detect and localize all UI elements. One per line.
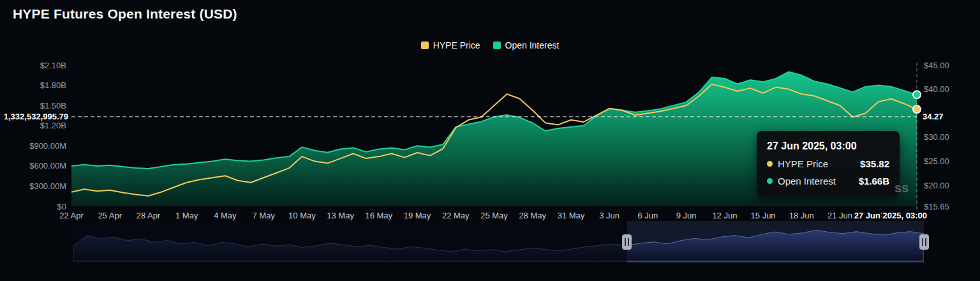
x-axis-tick-label: 6 Jun bbox=[637, 211, 658, 220]
x-axis-tick-label: 16 May bbox=[365, 211, 392, 220]
open-interest-end-marker bbox=[913, 91, 921, 98]
x-axis-tick-label: 15 Jun bbox=[751, 211, 776, 220]
x-axis-tick-label: 27 Jun 2025, 03:00 bbox=[854, 211, 927, 220]
x-axis-tick-label: 3 Jun bbox=[599, 211, 620, 220]
x-axis-tick-label: 25 Apr bbox=[98, 211, 122, 220]
x-axis-tick-label: 19 May bbox=[404, 211, 431, 220]
chart-tooltip: 27 Jun 2025, 03:00 HYPE Price $35.82 Ope… bbox=[757, 131, 900, 197]
left-axis-tick-label: $2.10B bbox=[40, 61, 66, 70]
right-axis-tick-label: $15.65 bbox=[924, 202, 949, 211]
left-axis-tick-label: $600.00M bbox=[29, 161, 66, 171]
left-axis-tick-label: $300.00M bbox=[29, 181, 66, 191]
right-axis-tick-label: $25.00 bbox=[924, 156, 949, 166]
tooltip-label-open-interest: Open Interest bbox=[778, 176, 854, 186]
x-axis-tick-label: 21 Jun bbox=[828, 211, 852, 220]
tooltip-row-hype-price: HYPE Price $35.82 bbox=[767, 158, 889, 169]
right-axis-tick-label: $20.00 bbox=[924, 181, 949, 190]
tooltip-value-open-interest: $1.66B bbox=[859, 176, 889, 186]
crosshair-left-value: 1,332,532,995.79 bbox=[0, 112, 68, 121]
x-axis-tick-label: 10 May bbox=[288, 211, 316, 220]
navigator[interactable] bbox=[73, 221, 924, 263]
hype-price-dot-icon bbox=[767, 161, 773, 167]
crosshair-right-value: 34.27 bbox=[923, 112, 944, 121]
tooltip-row-open-interest: Open Interest $1.66B bbox=[767, 176, 889, 186]
watermark: ss bbox=[895, 181, 909, 195]
x-axis-tick-label: 4 May bbox=[214, 211, 237, 220]
right-axis-tick-label: $30.00 bbox=[924, 132, 949, 142]
right-axis-tick-label: $40.00 bbox=[924, 84, 949, 94]
x-axis-tick-label: 31 May bbox=[558, 211, 585, 220]
tooltip-date: 27 Jun 2025, 03:00 bbox=[767, 140, 889, 152]
tooltip-value-hype-price: $35.82 bbox=[860, 158, 889, 169]
navigator-handle-left[interactable] bbox=[622, 234, 632, 250]
hype-price-end-marker bbox=[913, 105, 921, 113]
left-axis-tick-label: $1.20B bbox=[40, 121, 66, 130]
x-axis-tick-label: 28 May bbox=[519, 211, 546, 220]
x-axis-tick-label: 22 Apr bbox=[59, 211, 84, 220]
open-interest-dot-icon bbox=[767, 178, 773, 184]
tooltip-label-hype-price: HYPE Price bbox=[778, 158, 855, 169]
navigator-handle-right[interactable] bbox=[919, 234, 929, 250]
x-axis-tick-label: 7 May bbox=[252, 211, 275, 220]
left-axis-tick-label: $1.50B bbox=[40, 101, 66, 110]
x-axis-tick-label: 22 May bbox=[442, 211, 470, 220]
left-axis-tick-label: $0 bbox=[57, 202, 66, 211]
x-axis-tick-label: 12 Jun bbox=[712, 211, 737, 220]
x-axis-tick-label: 18 Jun bbox=[789, 211, 814, 220]
left-axis-tick-label: $1.80B bbox=[40, 80, 66, 90]
navigator-dim-unselected bbox=[73, 221, 627, 263]
chart-panel: HYPE Futures Open Interest (USD) HYPE Pr… bbox=[0, 0, 980, 281]
x-axis-tick-label: 28 Apr bbox=[137, 211, 161, 220]
x-axis-tick-label: 9 Jun bbox=[676, 211, 697, 220]
left-axis-tick-label: $900.00M bbox=[29, 141, 66, 151]
x-axis-tick-label: 25 May bbox=[480, 211, 508, 220]
x-axis-tick-label: 1 May bbox=[175, 211, 198, 220]
right-axis-tick-label: $45.00 bbox=[924, 61, 949, 70]
x-axis-tick-label: 13 May bbox=[327, 211, 354, 220]
